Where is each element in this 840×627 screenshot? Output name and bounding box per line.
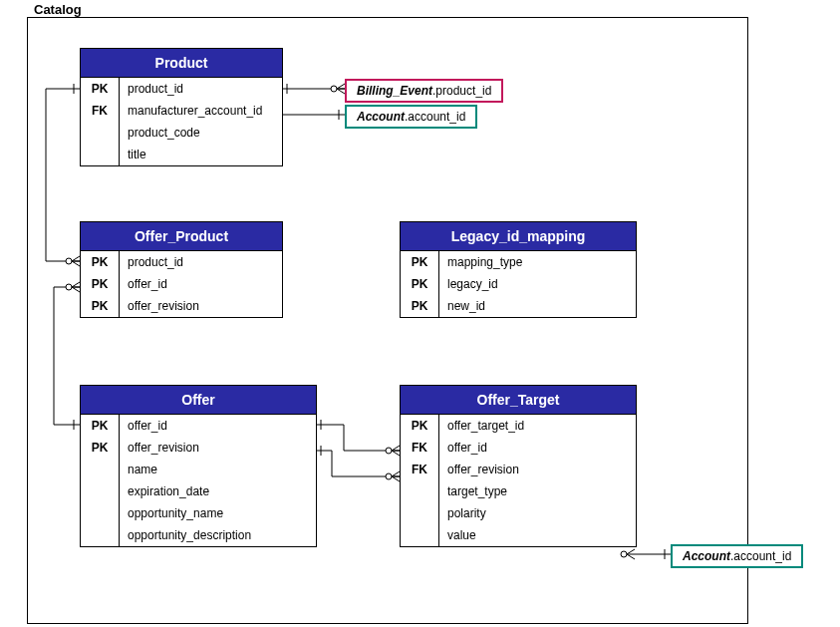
column-name: polarity xyxy=(439,502,636,524)
table-row: FK offer_revision xyxy=(401,459,636,480)
entity-product: Product PK product_id FK manufacturer_ac… xyxy=(80,48,283,166)
column-name: expiration_date xyxy=(120,480,316,502)
table-row: product_code xyxy=(81,122,282,144)
entity-offer-target-title: Offer_Target xyxy=(401,386,636,415)
column-name: manufacturer_account_id xyxy=(120,100,282,122)
ref-entity-name: Account xyxy=(357,110,405,124)
key-label: PK xyxy=(81,295,120,317)
key-label xyxy=(81,144,120,165)
column-name: title xyxy=(120,144,282,165)
key-label: FK xyxy=(81,100,120,122)
key-label xyxy=(81,502,120,524)
column-name: product_id xyxy=(120,251,282,273)
table-row: PK product_id xyxy=(81,78,282,100)
column-name: offer_target_id xyxy=(439,415,636,437)
column-name: offer_revision xyxy=(120,437,316,459)
table-row: name xyxy=(81,459,316,480)
ref-col-name: .account_id xyxy=(405,110,465,124)
erd-canvas: Catalog xyxy=(0,0,840,627)
ref-billing-event: Billing_Event.product_id xyxy=(345,79,503,103)
key-label: FK xyxy=(401,459,439,480)
key-label: PK xyxy=(81,415,120,437)
key-label: PK xyxy=(401,295,439,317)
column-name: offer_id xyxy=(120,415,316,437)
ref-entity-name: Billing_Event xyxy=(357,84,432,98)
key-label xyxy=(81,122,120,144)
table-row: target_type xyxy=(401,480,636,502)
module-label: Catalog xyxy=(34,2,82,17)
entity-legacy-id-mapping: Legacy_id_mapping PK mapping_type PK leg… xyxy=(400,221,637,318)
key-label xyxy=(81,524,120,546)
key-label: PK xyxy=(81,437,120,459)
key-label xyxy=(401,524,439,546)
table-row: FK offer_id xyxy=(401,437,636,459)
table-row: PK offer_revision xyxy=(81,437,316,459)
key-label: PK xyxy=(81,273,120,295)
column-name: opportunity_description xyxy=(120,524,316,546)
table-row: PK product_id xyxy=(81,251,282,273)
column-name: value xyxy=(439,524,636,546)
column-name: legacy_id xyxy=(439,273,636,295)
entity-legacy-title: Legacy_id_mapping xyxy=(401,222,636,251)
column-name: target_type xyxy=(439,480,636,502)
table-row: title xyxy=(81,144,282,165)
key-label: FK xyxy=(401,437,439,459)
ref-col-name: .product_id xyxy=(432,84,491,98)
entity-offer-product: Offer_Product PK product_id PK offer_id … xyxy=(80,221,283,318)
table-row: PK offer_id xyxy=(81,273,282,295)
key-label: PK xyxy=(81,78,120,100)
column-name: mapping_type xyxy=(439,251,636,273)
key-label: PK xyxy=(401,273,439,295)
ref-col-name: .account_id xyxy=(730,549,791,563)
table-row: expiration_date xyxy=(81,480,316,502)
table-row: opportunity_name xyxy=(81,502,316,524)
column-name: product_code xyxy=(120,122,282,144)
entity-product-title: Product xyxy=(81,49,282,78)
table-row: PK legacy_id xyxy=(401,273,636,295)
column-name: offer_revision xyxy=(120,295,282,317)
column-name: offer_revision xyxy=(439,459,636,480)
table-row: PK offer_revision xyxy=(81,295,282,317)
column-name: offer_id xyxy=(439,437,636,459)
key-label: PK xyxy=(401,251,439,273)
entity-offer: Offer PK offer_id PK offer_revision name… xyxy=(80,385,317,547)
column-name: offer_id xyxy=(120,273,282,295)
column-name: product_id xyxy=(120,78,282,100)
table-row: PK new_id xyxy=(401,295,636,317)
entity-offer-target: Offer_Target PK offer_target_id FK offer… xyxy=(400,385,637,547)
ref-account-bottom: Account.account_id xyxy=(671,544,803,568)
key-label: PK xyxy=(81,251,120,273)
table-row: value xyxy=(401,524,636,546)
table-row: PK offer_id xyxy=(81,415,316,437)
column-name: name xyxy=(120,459,316,480)
key-label xyxy=(81,480,120,502)
key-label xyxy=(401,502,439,524)
entity-offer-product-title: Offer_Product xyxy=(81,222,282,251)
table-row: PK offer_target_id xyxy=(401,415,636,437)
key-label: PK xyxy=(401,415,439,437)
key-label xyxy=(401,480,439,502)
table-row: opportunity_description xyxy=(81,524,316,546)
table-row: PK mapping_type xyxy=(401,251,636,273)
column-name: new_id xyxy=(439,295,636,317)
table-row: FK manufacturer_account_id xyxy=(81,100,282,122)
column-name: opportunity_name xyxy=(120,502,316,524)
table-row: polarity xyxy=(401,502,636,524)
key-label xyxy=(81,459,120,480)
ref-entity-name: Account xyxy=(683,549,730,563)
entity-offer-title: Offer xyxy=(81,386,316,415)
ref-account-top: Account.account_id xyxy=(345,105,477,129)
